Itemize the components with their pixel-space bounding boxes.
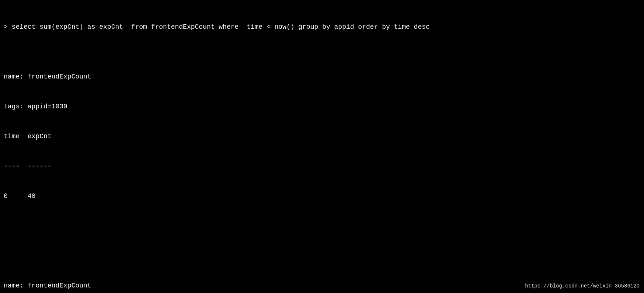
terminal-output: > select sum(expCnt) as expCnt from fron… — [4, 2, 640, 293]
result-name-0: name: frontendExpCount — [4, 72, 640, 82]
watermark: https://blog.csdn.net/weixin_36586120 — [525, 282, 640, 290]
command-line: > select sum(expCnt) as expCnt from fron… — [4, 22, 640, 32]
result-divider-0: ---- ------ — [4, 161, 640, 171]
result-header-0: time expCnt — [4, 132, 640, 142]
result-block-0: name: frontendExpCount tags: appid=1030 … — [4, 52, 640, 221]
result-tags-0: tags: appid=1030 — [4, 102, 640, 112]
result-data-0: 0 40 — [4, 191, 640, 201]
